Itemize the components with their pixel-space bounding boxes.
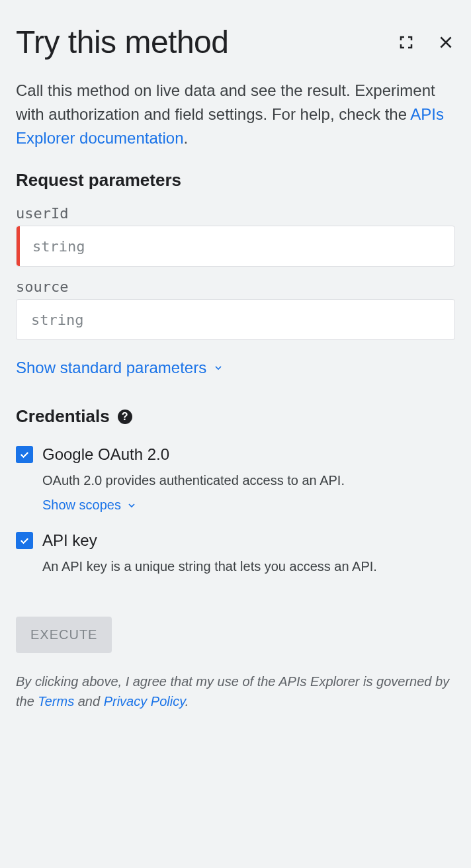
- help-icon[interactable]: ?: [118, 410, 132, 424]
- param-source: source: [16, 279, 455, 340]
- show-scopes-label: Show scopes: [42, 498, 121, 513]
- oauth-desc: OAuth 2.0 provides authenticated access …: [42, 473, 455, 488]
- credential-oauth: Google OAuth 2.0 OAuth 2.0 provides auth…: [16, 445, 455, 513]
- source-input[interactable]: [17, 300, 454, 339]
- param-label-source: source: [16, 279, 455, 295]
- fullscreen-icon[interactable]: [397, 33, 415, 52]
- show-standard-parameters[interactable]: Show standard parameters: [16, 359, 224, 377]
- oauth-checkbox[interactable]: [16, 446, 33, 463]
- intro-text: Call this method on live data and see th…: [16, 79, 455, 150]
- terms-link[interactable]: Terms: [38, 694, 74, 709]
- credential-apikey: API key An API key is a unique string th…: [16, 531, 455, 574]
- credentials-heading: Credentials ?: [16, 406, 455, 427]
- close-icon[interactable]: [437, 33, 455, 52]
- param-input-wrap-userId: [16, 226, 455, 267]
- param-input-wrap-source: [16, 299, 455, 340]
- try-method-panel: Try this method Call this method on live…: [0, 0, 471, 740]
- param-label-userId: userId: [16, 205, 455, 222]
- panel-title: Try this method: [16, 24, 229, 60]
- panel-header: Try this method: [16, 24, 455, 60]
- disclaimer: By clicking above, I agree that my use o…: [16, 672, 455, 711]
- intro-text-part: Call this method on live data and see th…: [16, 81, 435, 123]
- show-standard-label: Show standard parameters: [16, 359, 206, 377]
- oauth-label: Google OAuth 2.0: [42, 445, 169, 464]
- header-icons: [397, 33, 455, 52]
- apikey-label: API key: [42, 531, 97, 550]
- disclaimer-after: .: [185, 694, 189, 709]
- param-userId: userId: [16, 205, 455, 267]
- credentials-heading-text: Credentials: [16, 406, 110, 427]
- show-scopes[interactable]: Show scopes: [42, 498, 137, 513]
- intro-text-after: .: [183, 129, 188, 147]
- apikey-desc: An API key is a unique string that lets …: [42, 559, 455, 574]
- request-parameters-heading: Request parameters: [16, 170, 455, 191]
- chevron-down-icon: [213, 363, 224, 373]
- userId-input[interactable]: [17, 226, 454, 266]
- chevron-down-icon: [126, 500, 137, 511]
- apikey-checkbox[interactable]: [16, 532, 33, 549]
- disclaimer-mid: and: [74, 694, 103, 709]
- execute-button[interactable]: EXECUTE: [16, 617, 112, 653]
- apikey-row: API key: [16, 531, 455, 550]
- oauth-row: Google OAuth 2.0: [16, 445, 455, 464]
- privacy-link[interactable]: Privacy Policy: [104, 694, 185, 709]
